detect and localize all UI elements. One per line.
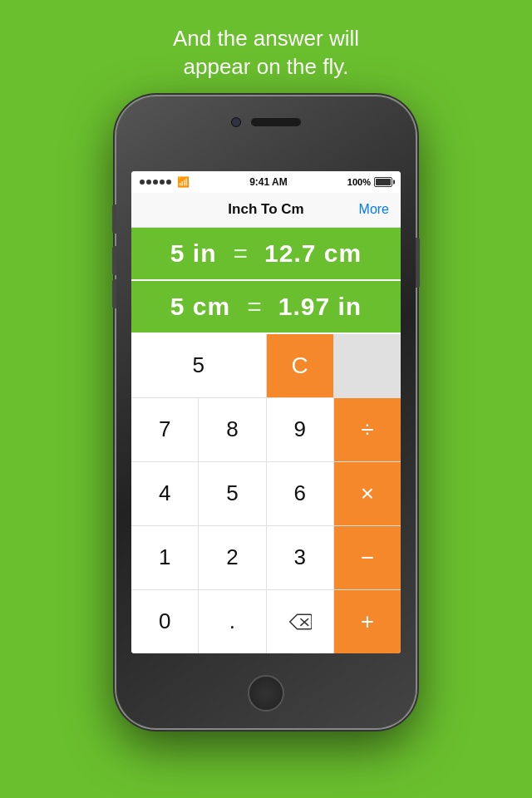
- home-button[interactable]: [248, 675, 284, 712]
- result-row-2: 5 cm = 1.97 in: [131, 281, 401, 334]
- key-1[interactable]: 1: [131, 526, 198, 589]
- battery-icon: [374, 177, 392, 187]
- phone-screen: 📶 9:41 AM 100% Inch To Cm More 5 in = 12…: [131, 171, 401, 653]
- dot4: [160, 180, 165, 185]
- key-4[interactable]: 4: [131, 462, 198, 525]
- key-9[interactable]: 9: [267, 398, 333, 461]
- result-output-1: 12.7 cm: [264, 239, 362, 268]
- key-8[interactable]: 8: [199, 398, 265, 461]
- key-5-top[interactable]: 5: [131, 334, 266, 397]
- key-row-1: 5 C: [131, 334, 401, 397]
- key-decimal[interactable]: .: [199, 590, 265, 653]
- key-row-5: 0 . +: [131, 590, 401, 653]
- battery-fill: [376, 179, 391, 185]
- result-equals-1: =: [234, 239, 249, 268]
- status-right: 100%: [347, 177, 392, 187]
- keypad: 5 C 7 8 9 ÷ 4 5 6 × 1 2 3 −: [131, 334, 401, 653]
- nav-bar: Inch To Cm More: [131, 193, 401, 228]
- key-add[interactable]: +: [334, 590, 401, 653]
- key-row-3: 4 5 6 ×: [131, 462, 401, 525]
- wifi-icon: 📶: [177, 176, 190, 188]
- key-multiply[interactable]: ×: [334, 462, 401, 525]
- battery-percentage: 100%: [347, 177, 371, 187]
- phone-camera-area: [231, 117, 301, 127]
- key-7[interactable]: 7: [131, 398, 198, 461]
- result-input-1: 5 in: [170, 239, 217, 268]
- dot2: [146, 180, 151, 185]
- key-5[interactable]: 5: [199, 462, 265, 525]
- key-2[interactable]: 2: [199, 526, 265, 589]
- key-3[interactable]: 3: [267, 526, 333, 589]
- phone-mockup: 📶 9:41 AM 100% Inch To Cm More 5 in = 12…: [116, 96, 416, 728]
- key-divide[interactable]: ÷: [334, 398, 401, 461]
- key-subtract[interactable]: −: [334, 526, 401, 589]
- dot3: [153, 180, 158, 185]
- key-0[interactable]: 0: [131, 590, 198, 653]
- key-row-2: 7 8 9 ÷: [131, 398, 401, 461]
- signal-dots: [140, 180, 171, 185]
- result-equals-2: =: [247, 293, 262, 321]
- backspace-icon: [288, 613, 312, 631]
- key-6[interactable]: 6: [267, 462, 333, 525]
- result-row-1: 5 in = 12.7 cm: [131, 228, 401, 281]
- dot1: [140, 180, 145, 185]
- key-clear[interactable]: C: [267, 334, 333, 397]
- more-button[interactable]: More: [359, 202, 389, 217]
- tagline: And the answer will appear on the fly.: [140, 25, 392, 81]
- key-backspace[interactable]: [267, 590, 333, 653]
- key-row-4: 1 2 3 −: [131, 526, 401, 589]
- result-output-2: 1.97 in: [278, 293, 362, 321]
- nav-title: Inch To Cm: [228, 201, 303, 218]
- speaker: [251, 118, 301, 126]
- dot5: [166, 180, 171, 185]
- result-input-2: 5 cm: [170, 293, 230, 321]
- status-left: 📶: [140, 176, 190, 188]
- status-time: 9:41 AM: [249, 176, 288, 188]
- camera: [231, 117, 241, 127]
- status-bar: 📶 9:41 AM 100%: [131, 171, 401, 193]
